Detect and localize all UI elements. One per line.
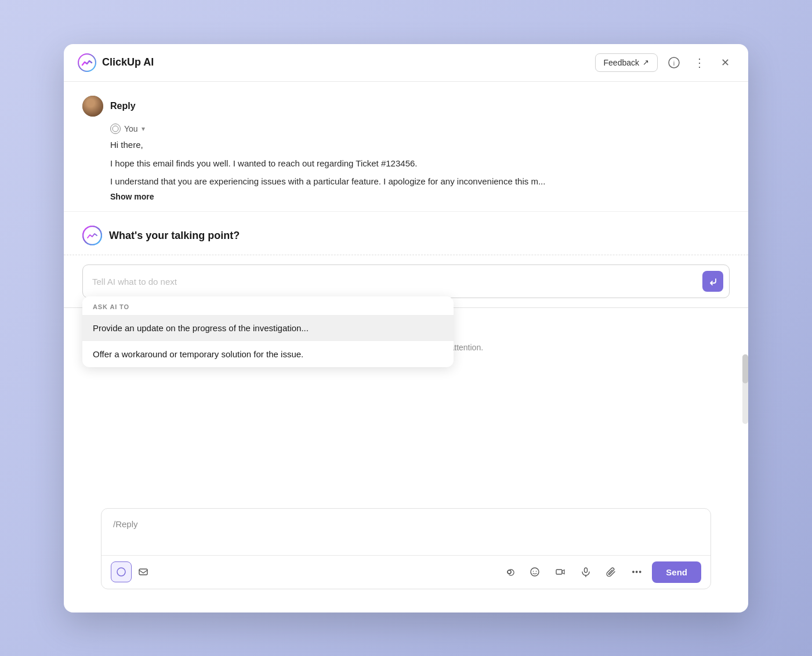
send-button[interactable]: Send	[652, 561, 701, 583]
svg-point-11	[536, 571, 537, 572]
svg-point-5	[83, 226, 102, 245]
close-button[interactable]: ✕	[716, 53, 734, 72]
video-icon	[555, 567, 566, 577]
paperclip-icon	[606, 567, 617, 577]
svg-rect-12	[556, 570, 562, 574]
info-icon: i	[668, 57, 680, 68]
attach-button[interactable]	[601, 561, 622, 582]
reply-label: Reply	[110, 101, 136, 111]
avatar-image	[82, 96, 103, 117]
svg-rect-7	[139, 569, 147, 575]
reply-section: Reply You ▾ Hi there, I hope this email …	[64, 82, 748, 212]
close-icon: ✕	[721, 56, 730, 69]
chevron-down-icon[interactable]: ▾	[142, 125, 145, 133]
comment-mode-button[interactable]	[111, 561, 132, 582]
app-title: ClickUp AI	[102, 56, 154, 68]
emoji-icon	[530, 567, 540, 577]
you-row: You ▾	[110, 124, 730, 134]
main-panel: ClickUp AI Feedback ↗ i ⋮ ✕	[64, 44, 748, 612]
return-icon	[708, 276, 718, 287]
editor-content: /Reply	[113, 519, 138, 529]
email-greeting: Hi there,	[110, 139, 730, 152]
svg-point-6	[117, 568, 125, 576]
feedback-label: Feedback	[604, 58, 639, 67]
ai-logo-icon	[82, 226, 102, 245]
email-body-1: I hope this email finds you well. I want…	[110, 157, 730, 171]
at-icon	[504, 567, 514, 577]
comment-icon	[116, 567, 126, 577]
svg-point-4	[113, 126, 118, 132]
more-icon: ⋮	[694, 56, 705, 70]
show-more-button[interactable]: Show more	[110, 192, 154, 201]
editor-body[interactable]: /Reply	[102, 509, 710, 555]
scrollbar-track	[742, 354, 748, 424]
reply-header: Reply	[82, 96, 730, 117]
ai-header: What's your talking point?	[82, 226, 730, 245]
feedback-button[interactable]: Feedback ↗	[595, 53, 658, 72]
toolbar-group-reply	[111, 561, 154, 582]
header: ClickUp AI Feedback ↗ i ⋮ ✕	[64, 44, 748, 82]
clickup-logo-icon	[78, 53, 96, 72]
svg-rect-13	[585, 568, 588, 572]
editor-toolbar: ••• Send	[102, 555, 710, 589]
external-link-icon: ↗	[643, 58, 649, 67]
avatar	[82, 96, 103, 117]
header-left: ClickUp AI	[78, 53, 154, 72]
submit-button[interactable]	[702, 271, 723, 292]
ai-input-wrapper	[82, 264, 730, 298]
info-button[interactable]: i	[665, 53, 683, 72]
main-content: Reply You ▾ Hi there, I hope this email …	[64, 82, 748, 612]
ask-ai-item-2[interactable]: Offer a workaround or temporary solution…	[82, 341, 454, 367]
ai-section: What's your talking point?	[64, 212, 748, 255]
svg-point-9	[531, 568, 539, 576]
svg-text:i: i	[673, 60, 675, 67]
mic-button[interactable]	[575, 561, 596, 582]
reply-editor: /Reply	[101, 508, 711, 589]
ask-ai-item-1[interactable]: Provide an update on the progress of the…	[82, 315, 454, 341]
ask-ai-header: ASK AI TO	[82, 296, 454, 315]
comment-bubble-icon	[112, 125, 119, 132]
you-label: You	[124, 124, 138, 133]
more-button[interactable]: ⋮	[690, 53, 709, 72]
mention-button[interactable]	[499, 561, 520, 582]
header-right: Feedback ↗ i ⋮ ✕	[595, 53, 734, 72]
scrollbar-thumb[interactable]	[742, 354, 748, 383]
more-toolbar-button[interactable]: •••	[626, 561, 647, 582]
emoji-button[interactable]	[524, 561, 545, 582]
ai-question: What's your talking point?	[109, 230, 240, 242]
email-icon	[138, 567, 148, 577]
email-body-2: I understand that you are experiencing i…	[110, 175, 730, 189]
you-icon	[110, 124, 121, 134]
video-button[interactable]	[550, 561, 571, 582]
ask-ai-dropdown: ASK AI TO Provide an update on the progr…	[82, 296, 454, 367]
reply-body: You ▾ Hi there, I hope this email finds …	[82, 124, 730, 202]
ai-input[interactable]	[92, 277, 698, 287]
mic-icon	[581, 567, 591, 577]
email-mode-button[interactable]	[133, 561, 154, 582]
more-toolbar-icon: •••	[632, 567, 642, 577]
svg-point-10	[533, 571, 534, 572]
